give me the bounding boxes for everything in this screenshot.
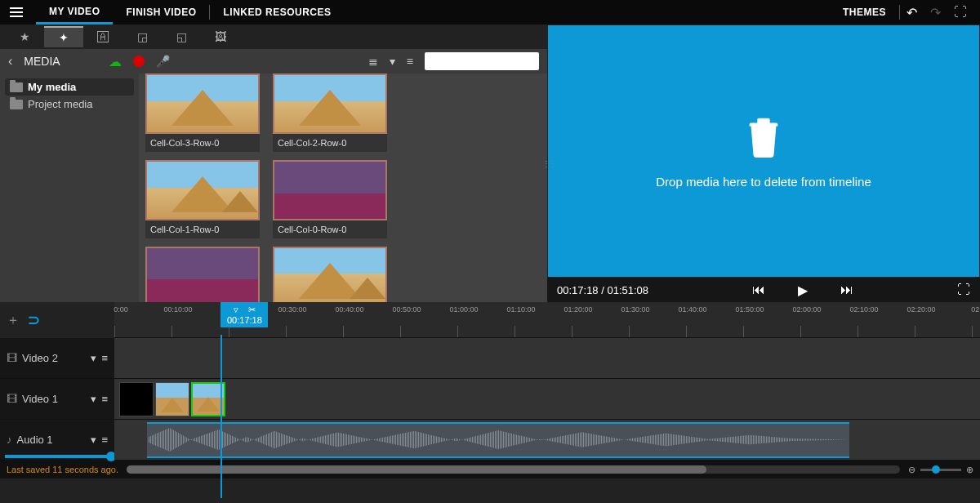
media-panel: ★ ✦ 🄰 ◲ ◱ 🖼 ‹ MEDIA ☁ 🎤 ≣ ▾ ≡ My media: [0, 24, 547, 302]
zoom-out-icon[interactable]: ⊖: [908, 465, 915, 475]
fullscreen-preview-icon[interactable]: ⛶: [957, 283, 970, 297]
media-grid: Cell-Col-3-Row-0 Cell-Col-2-Row-0 Cell-C…: [139, 73, 547, 302]
audio-clip[interactable]: [147, 422, 849, 458]
media-clip[interactable]: Cell-Col-1-Row-0: [273, 247, 387, 302]
menu-icon[interactable]: [7, 4, 26, 20]
layer1-tab-icon[interactable]: ◲: [122, 26, 162, 47]
snap-icon[interactable]: ⊃: [28, 311, 40, 329]
folder-icon: [10, 100, 23, 109]
track-options-icon[interactable]: ≡: [101, 393, 108, 405]
zoom-slider[interactable]: [920, 469, 961, 471]
track-label: Audio 1: [17, 434, 87, 446]
playback-controls: 00:17:18 / 01:51:08 ⏮ ▶ ⏭ ⛶: [547, 278, 980, 302]
track-audio-1: ♪ Audio 1 ▾ ≡: [0, 420, 980, 461]
ruler-tick: 02:10:00: [849, 305, 878, 314]
ruler-tick: 01:30:00: [621, 305, 649, 314]
ruler-tick: 01:50:00: [735, 305, 764, 314]
track-label: Video 2: [22, 352, 86, 364]
ruler-tick: 01:10:00: [506, 305, 535, 314]
marker-icon[interactable]: ▿: [234, 305, 238, 315]
ruler-tick: 00:10:00: [163, 305, 192, 314]
top-bar: MY VIDEO FINISH VIDEO LINKED RESOURCES T…: [0, 0, 980, 24]
play-icon[interactable]: ▶: [798, 283, 808, 298]
status-bar: Last saved 11 seconds ago. ⊖ ⊕: [0, 461, 980, 479]
search-input[interactable]: [425, 52, 539, 70]
playhead-line: [220, 335, 222, 498]
volume-slider[interactable]: [5, 455, 111, 458]
drop-text: Drop media here to delete from timeline: [656, 175, 871, 189]
undo-icon[interactable]: ↶: [900, 5, 924, 20]
video-track-icon: 🎞: [7, 393, 17, 405]
drag-handle-icon[interactable]: ⋮⋮: [542, 159, 555, 168]
tree-label: Project media: [28, 98, 92, 110]
track-menu-icon[interactable]: ▾: [91, 393, 96, 405]
track-menu-icon[interactable]: ▾: [91, 434, 96, 446]
image-tab-icon[interactable]: 🖼: [201, 26, 240, 47]
media-clip[interactable]: Cell-Col-3-Row-0: [145, 73, 260, 152]
preview-panel: ⋮⋮ Drop media here to delete from timeli…: [547, 24, 980, 302]
back-icon[interactable]: ‹: [8, 54, 12, 69]
timeline: ▿✂ 00:17:18 ＋ ⊃ 0:0000:10:0000:20:0000:3…: [0, 302, 980, 503]
timeline-clip[interactable]: [119, 382, 154, 416]
ruler-tick: 01:20:00: [564, 305, 592, 314]
library-tabs: ★ ✦ 🄰 ◲ ◱ 🖼: [0, 24, 547, 49]
ruler-tick: 02:20:00: [906, 305, 935, 314]
time-ruler[interactable]: ＋ ⊃ 0:0000:10:0000:20:0000:30:0000:40:00…: [0, 302, 980, 338]
list-view-icon[interactable]: ≣: [368, 55, 378, 68]
favorites-tab-icon[interactable]: ★: [5, 26, 44, 47]
playhead[interactable]: ▿✂ 00:17:18: [220, 302, 268, 327]
tab-my-video[interactable]: MY VIDEO: [36, 0, 113, 24]
timeline-clip[interactable]: [155, 382, 189, 416]
media-title: MEDIA: [24, 55, 97, 68]
next-icon[interactable]: ⏭: [840, 283, 853, 297]
trash-icon: [744, 114, 783, 160]
ruler-tick: 00:30:00: [278, 305, 306, 314]
layer2-tab-icon[interactable]: ◱: [162, 26, 201, 47]
media-clip[interactable]: Cell-Col-1-Row-0: [145, 160, 260, 238]
track-video-2: 🎞 Video 2 ▾ ≡: [0, 338, 980, 379]
track-options-icon[interactable]: ≡: [101, 434, 108, 446]
track-options-icon[interactable]: ≡: [101, 352, 108, 364]
ruler-tick: 00:40:00: [335, 305, 363, 314]
ruler-tick: 02:00:00: [792, 305, 821, 314]
audio-track-icon: ♪: [7, 434, 12, 446]
folder-icon: [10, 82, 23, 92]
zoom-in-icon[interactable]: ⊕: [966, 465, 973, 475]
media-clip[interactable]: Cell-Col-0-Row-0: [145, 247, 260, 302]
tree-project-media[interactable]: Project media: [5, 96, 134, 113]
tree-label: My media: [28, 81, 76, 93]
media-clip[interactable]: Cell-Col-0-Row-0: [273, 160, 387, 238]
fullscreen-icon[interactable]: ⛶: [947, 5, 973, 20]
add-track-icon[interactable]: ＋: [7, 312, 20, 329]
track-label: Video 1: [22, 393, 86, 405]
ruler-tick: 01:00:00: [449, 305, 478, 314]
ruler-tick: 00:50:00: [392, 305, 421, 314]
redo-icon[interactable]: ↷: [924, 5, 947, 20]
media-tree: My media Project media: [0, 73, 139, 302]
media-clip[interactable]: Cell-Col-2-Row-0: [273, 73, 387, 152]
ruler-tick: 01:40:00: [678, 305, 706, 314]
record-icon[interactable]: [133, 56, 145, 67]
mic-icon[interactable]: 🎤: [156, 55, 170, 68]
sort-icon[interactable]: ≡: [407, 55, 413, 68]
timeline-scrollbar[interactable]: [127, 465, 900, 474]
tab-linked-resources[interactable]: LINKED RESOURCES: [210, 0, 344, 24]
save-status: Last saved 11 seconds ago.: [7, 465, 118, 474]
ruler-tick: 02:3: [971, 305, 980, 314]
ruler-tick: 0:00: [114, 305, 128, 314]
media-tab-icon[interactable]: ✦: [44, 26, 83, 47]
media-toolbar: ‹ MEDIA ☁ 🎤 ≣ ▾ ≡: [0, 49, 547, 73]
upload-icon[interactable]: ☁: [109, 54, 122, 69]
track-menu-icon[interactable]: ▾: [91, 352, 96, 364]
track-video-1: 🎞 Video 1 ▾ ≡: [0, 379, 980, 420]
cut-icon[interactable]: ✂: [248, 305, 256, 315]
prev-icon[interactable]: ⏮: [752, 283, 765, 297]
filter-icon[interactable]: ▾: [390, 55, 395, 68]
video-track-icon: 🎞: [7, 352, 17, 364]
tab-finish-video[interactable]: FINISH VIDEO: [113, 0, 209, 24]
tree-my-media[interactable]: My media: [5, 78, 134, 96]
time-display: 00:17:18 / 01:51:08: [557, 284, 648, 296]
themes-button[interactable]: THEMES: [830, 0, 899, 24]
drop-delete-zone[interactable]: Drop media here to delete from timeline: [548, 25, 979, 277]
text-tab-icon[interactable]: 🄰: [83, 26, 122, 47]
